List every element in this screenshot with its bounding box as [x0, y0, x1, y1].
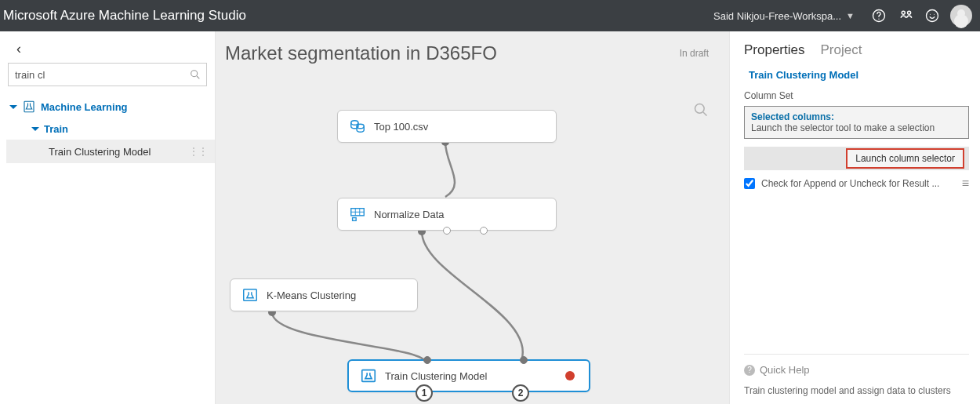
node-label: Normalize Data [374, 209, 445, 220]
caret-down-icon [9, 105, 17, 109]
append-checkbox[interactable] [744, 178, 755, 189]
search-input[interactable] [15, 69, 189, 81]
node-train-clustering-model[interactable]: Train Clustering Model 1 2 [347, 359, 590, 392]
experiment-title: Market segmentation in D365FO [225, 42, 497, 64]
properties-panel: Properties Project Train Clustering Mode… [729, 31, 980, 404]
share-icon[interactable] [892, 2, 919, 29]
tree-leaf-train-clustering-model[interactable]: Train Clustering Model ⋮⋮ [6, 140, 215, 163]
svg-rect-9 [24, 101, 34, 112]
caret-down-icon [31, 127, 39, 131]
help-icon[interactable] [866, 2, 892, 29]
top-bar: Microsoft Azure Machine Learning Studio … [0, 0, 980, 31]
svg-point-6 [934, 14, 935, 15]
canvas-header: Market segmentation in D365FO In draft [216, 31, 729, 67]
svg-rect-23 [362, 370, 376, 382]
quick-help-title: ? Quick Help [744, 364, 969, 376]
drag-gripper-icon[interactable]: ⋮⋮ [188, 145, 207, 158]
feedback-smile-icon[interactable] [919, 2, 946, 29]
svg-point-7 [191, 71, 198, 77]
tree-node-machine-learning[interactable]: Machine Learning [6, 96, 215, 118]
svg-point-10 [695, 104, 705, 114]
launch-column-selector-button[interactable]: Launch column selector [846, 148, 964, 169]
node-top100csv[interactable]: Top 100.csv [337, 110, 557, 143]
user-avatar[interactable] [950, 5, 972, 27]
column-set-box: Selected columns: Launch the selector to… [744, 106, 969, 139]
tree-node-train[interactable]: Train [6, 118, 215, 140]
tree-label: Machine Learning [41, 101, 128, 113]
quick-help-title-label: Quick Help [760, 364, 810, 376]
svg-line-11 [703, 112, 707, 116]
dataset-icon [349, 118, 366, 135]
normalize-icon [349, 206, 366, 223]
node-normalize-data[interactable]: Normalize Data [337, 198, 557, 231]
properties-tabs: Properties Project [744, 42, 969, 58]
tree-leaf-label: Train Clustering Model [49, 146, 151, 158]
launch-row: Launch column selector [744, 147, 969, 170]
quick-help: ? Quick Help Train clustering model and … [744, 354, 969, 404]
flask-icon [22, 100, 36, 114]
svg-point-5 [930, 14, 931, 15]
train-icon [360, 367, 377, 384]
selected-columns-message: Launch the selector tool to make a selec… [751, 122, 962, 133]
node-kmeans-clustering[interactable]: K-Means Clustering [230, 278, 418, 311]
quick-help-body: Train clustering model and assign data t… [744, 384, 969, 398]
zoom-icon[interactable] [693, 102, 709, 118]
module-search[interactable] [8, 63, 207, 86]
checkbox-label: Check for Append or Uncheck for Result .… [761, 178, 939, 189]
svg-point-4 [927, 10, 938, 22]
workspace-label: Said Nikjou-Free-Workspa... [713, 10, 841, 22]
input-port-2[interactable] [520, 356, 528, 364]
output-port[interactable] [443, 227, 451, 235]
node-label: Top 100.csv [374, 121, 428, 133]
module-sidebar: ‹ Machine Learning Train Train Clusterin… [0, 31, 216, 404]
error-indicator-icon[interactable] [565, 371, 575, 380]
output-port[interactable] [480, 227, 488, 235]
experiment-status: In draft [680, 48, 709, 59]
node-label: K-Means Clustering [267, 289, 356, 301]
tab-project[interactable]: Project [820, 42, 862, 58]
svg-point-1 [878, 19, 879, 20]
search-icon[interactable] [189, 68, 201, 81]
port-badge-2: 2 [512, 384, 529, 402]
model-icon [241, 286, 259, 304]
more-menu-icon[interactable]: ≡ [962, 177, 969, 191]
tab-properties[interactable]: Properties [744, 42, 804, 58]
svg-point-2 [902, 11, 905, 14]
tree-label: Train [44, 123, 68, 135]
append-result-checkbox-row: Check for Append or Uncheck for Result .… [744, 177, 969, 191]
port-badge-1: 1 [416, 384, 433, 402]
svg-rect-22 [244, 289, 257, 301]
svg-point-15 [351, 121, 358, 126]
svg-line-8 [197, 76, 199, 78]
help-badge-icon: ? [744, 365, 755, 376]
workspace-selector[interactable]: Said Nikjou-Free-Workspa... [713, 10, 841, 22]
node-label: Train Clustering Model [385, 370, 487, 382]
chevron-down-icon[interactable]: ▼ [846, 11, 855, 20]
field-label-column-set: Column Set [744, 90, 969, 101]
back-button[interactable]: ‹ [9, 39, 28, 58]
svg-rect-21 [353, 218, 357, 221]
app-title: Microsoft Azure Machine Learning Studio [0, 8, 246, 24]
section-train-clustering-model[interactable]: Train Clustering Model [744, 69, 969, 81]
svg-point-3 [908, 11, 911, 14]
selected-columns-label: Selected columns: [751, 111, 962, 122]
experiment-canvas[interactable]: Market segmentation in D365FO In draft T… [216, 31, 729, 404]
section-title-label: Train Clustering Model [749, 69, 858, 81]
input-port-1[interactable] [423, 356, 431, 364]
